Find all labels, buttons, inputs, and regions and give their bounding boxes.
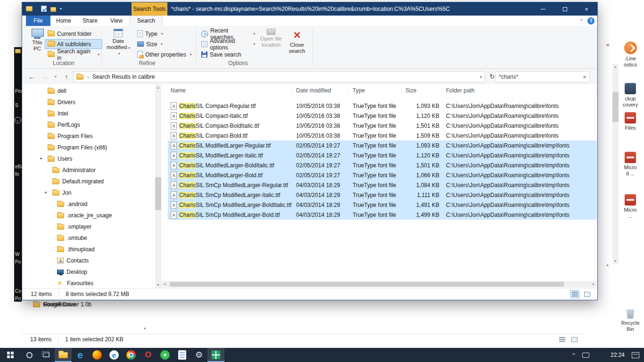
search-again-in-button[interactable]: Search again in (45, 49, 102, 59)
minimize-button[interactable] (532, 2, 554, 16)
type-filter-button[interactable]: Type (134, 29, 197, 39)
tree-item[interactable]: ▾ .smplayer (22, 221, 155, 232)
SIL Compact-Regular.ttf[interactable]: Charis SIL Compact-Regular.ttf 10/05/201… (168, 101, 597, 111)
SIL Compact-Italic.ttf[interactable]: Charis SIL Compact-Italic.ttf 10/05/2016… (168, 111, 597, 121)
column-header-type[interactable]: Type (353, 87, 402, 94)
size-filter-button[interactable]: Size (134, 39, 197, 49)
close-button[interactable]: × (576, 2, 597, 16)
SIL Compact-BoldItalic.ttf[interactable]: Charis SIL Compact-BoldItalic.ttf 10/05/… (168, 121, 597, 131)
taskbar-clock[interactable]: 22:24 (607, 352, 628, 358)
tree-vertical-scrollbar[interactable]: ▴ ▾ (155, 84, 161, 288)
advanced-options-button[interactable]: Advanced options (198, 39, 258, 49)
scroll-down-icon[interactable]: ▾ (612, 258, 619, 264)
tray-show-hidden-icons-button[interactable]: ^ (568, 352, 579, 358)
column-header-date-modified[interactable]: Date modified (296, 87, 349, 94)
SIL ModifiedLarger-Regular.ttf[interactable]: Charis SIL ModifiedLarger-Regular.ttf 02… (168, 140, 597, 150)
tab-search[interactable]: Search (130, 16, 163, 26)
save-search-button[interactable]: Save search (198, 49, 258, 59)
column-header-folder-path[interactable]: Folder path (446, 87, 597, 94)
desktop-icon-micro-2[interactable]: Micro ... (617, 194, 644, 219)
taskbar-internet-explorer[interactable] (106, 348, 123, 362)
tree-item[interactable]: ▾ PerfLogs (22, 119, 155, 131)
SIL SmCp ModifiedLarger-Italic.ttf[interactable]: Charis SIL SmCp ModifiedLarger-Italic.tt… (168, 190, 597, 200)
search-input[interactable] (496, 74, 580, 80)
tree-item[interactable]: ▾ Intel (22, 108, 155, 119)
scrollbar-thumb[interactable] (155, 177, 161, 210)
column-header-size[interactable]: Size (405, 87, 442, 94)
maximize-button[interactable] (554, 2, 576, 16)
thumbnail-view-button[interactable] (582, 290, 592, 298)
title-bar[interactable]: ▾ Search Tools *charis* - search-ms:disp… (22, 2, 597, 16)
action-center-icon[interactable] (632, 352, 639, 358)
tray-display-icon[interactable] (582, 353, 589, 358)
tree-item[interactable]: ▾ Program Files (x86) (22, 142, 155, 153)
tab-home[interactable]: Home (50, 16, 77, 26)
breadcrumb-location[interactable]: Search Results in calibre (92, 74, 155, 80)
taskbar-opera[interactable] (140, 348, 157, 362)
desktop-icon-backup[interactable]: ckup covery (617, 83, 644, 108)
tree-item[interactable]: ▾ Administrator (22, 165, 155, 176)
column-header-name[interactable]: Name (171, 87, 292, 94)
tree-item[interactable]: ▾ dell (22, 85, 155, 97)
search-button[interactable] (21, 348, 38, 362)
details-view-button[interactable] (570, 290, 579, 298)
taskbar-file-explorer[interactable] (55, 348, 72, 362)
desktop-icon-eline[interactable]: -Line ostics (617, 41, 644, 68)
tree-item[interactable]: ▾ Default.migrated (22, 176, 155, 187)
SIL ModifiedLarger-Bold.ttf[interactable]: Charis SIL ModifiedLarger-Bold.ttf 02/05… (168, 170, 597, 180)
scrollbar-thumb[interactable] (170, 282, 564, 287)
recent-locations-dropdown[interactable]: ▾ (52, 72, 59, 82)
expander-icon[interactable]: ▾ (40, 153, 42, 165)
taskbar-edge[interactable] (72, 348, 89, 362)
taskbar-green-grid-app[interactable] (207, 348, 224, 362)
qat-properties-button[interactable] (41, 6, 47, 12)
SIL ModifiedLarger-BoldItalic.ttf[interactable]: Charis SIL ModifiedLarger-BoldItalic.ttf… (168, 160, 597, 170)
taskbar-firefox[interactable] (89, 348, 106, 362)
other-properties-button[interactable]: Other properties (134, 49, 197, 59)
background-window-close-button[interactable]: × (603, 41, 612, 49)
open-file-location-button[interactable]: Open filelocation (258, 27, 284, 59)
forward-button[interactable]: → (40, 72, 50, 82)
start-button[interactable] (0, 348, 21, 362)
scroll-down-icon[interactable]: ▾ (155, 282, 161, 288)
breadcrumb-bar[interactable]: › Search Results in calibre ▾ (73, 71, 485, 82)
tab-share[interactable]: Share (77, 16, 103, 26)
SIL SmCp ModifiedLarger-BoldItalic.ttf[interactable]: Charis SIL SmCp ModifiedLarger-BoldItali… (168, 200, 597, 210)
tab-file[interactable]: File (26, 16, 50, 26)
clear-search-icon[interactable]: × (580, 74, 589, 81)
SIL Compact-Bold.ttf[interactable]: Charis SIL Compact-Bold.ttf 10/05/2016 0… (168, 131, 597, 140)
scroll-down-icon[interactable]: ▾ (141, 325, 148, 332)
SIL SmCp ModifiedLarger-Bold.ttf[interactable]: Charis SIL SmCp ModifiedLarger-Bold.ttf … (168, 210, 597, 220)
tree-item[interactable]: ▾ .smtube (22, 232, 155, 244)
details-view-button[interactable] (557, 335, 567, 344)
taskbar-settings[interactable] (190, 348, 207, 362)
close-search-button[interactable]: Closesearch (285, 27, 309, 59)
desktop-icon-micro-1[interactable]: Micro d ... (617, 152, 644, 177)
tree-item[interactable]: ▾ Desktop (22, 266, 155, 278)
scroll-up-icon[interactable]: ▴ (155, 84, 161, 90)
collapse-ribbon-button[interactable]: ^ (580, 18, 583, 24)
tree-item[interactable]: ▾ .android (22, 198, 155, 210)
qat-new-folder-button[interactable] (50, 7, 56, 12)
current-folder-button[interactable]: Current folder (45, 29, 102, 39)
back-button[interactable]: ← (26, 72, 37, 82)
desktop-icon-recycle-bin[interactable]: Recycle Bin (617, 307, 644, 332)
task-view-button[interactable] (38, 348, 55, 362)
thumbnail-view-button[interactable] (570, 335, 579, 344)
tree-item[interactable]: ▾ Users (22, 153, 155, 165)
scroll-right-icon[interactable]: ▸ (604, 262, 611, 268)
taskbar-chrome[interactable] (123, 348, 140, 362)
SIL ModifiedLarger-Italic.ttf[interactable]: Charis SIL ModifiedLarger-Italic.ttf 02/… (168, 150, 597, 160)
tree-item[interactable]: ▾ Favourites (22, 278, 155, 288)
tree-item[interactable]: ▾ Contacts (22, 255, 155, 266)
taskbar-notes-app[interactable] (173, 348, 190, 362)
SIL SmCp ModifiedLarger-Regular.ttf[interactable]: Charis SIL SmCp ModifiedLarger-Regular.t… (168, 180, 597, 190)
tree-item[interactable]: ▾ Jon (22, 187, 155, 198)
tree-item[interactable]: ▾ .oracle_jre_usage (22, 210, 155, 221)
horizontal-scrollbar[interactable]: ◂ ▸ (161, 281, 597, 288)
tree-item[interactable]: ▾ .thinupload (22, 244, 155, 255)
tree-item[interactable]: ▾ Drivers (22, 97, 155, 108)
taskbar-green-app[interactable] (157, 348, 173, 362)
date-modified-button[interactable]: Datemodified (105, 27, 132, 59)
expander-icon[interactable]: ▾ (45, 187, 47, 198)
